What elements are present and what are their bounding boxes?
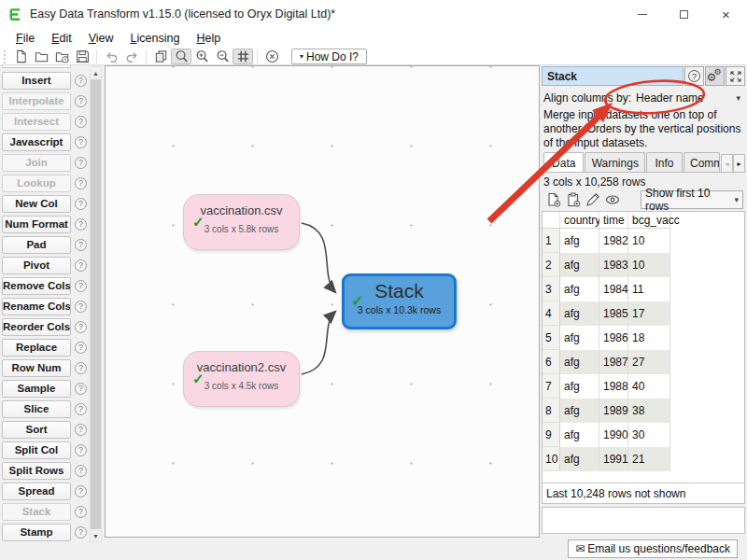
help-icon[interactable]: ? — [75, 157, 87, 169]
cell-bcg-vacc[interactable]: 10 — [628, 253, 670, 277]
menu-edit[interactable]: Edit — [43, 30, 80, 47]
sidebar-item-replace[interactable]: Replace — [2, 339, 71, 357]
sidebar-scrollbar[interactable]: ▲ ▼ — [90, 66, 102, 542]
cell-bcg-vacc[interactable]: 10 — [628, 229, 670, 253]
help-icon[interactable]: ? — [75, 198, 87, 210]
sidebar-item-pad[interactable]: Pad — [2, 236, 71, 254]
sidebar-item-sort[interactable]: Sort — [2, 421, 71, 439]
open-recent-button[interactable] — [51, 49, 72, 64]
panel-expand-button[interactable] — [726, 66, 745, 86]
help-icon[interactable]: ? — [75, 403, 87, 415]
help-icon[interactable]: ? — [75, 342, 87, 354]
panel-help-button[interactable]: ? — [684, 66, 704, 86]
sidebar-item-rename-cols[interactable]: Rename Cols — [2, 298, 71, 315]
cell-bcg-vacc[interactable]: 11 — [628, 277, 670, 301]
tab-comments[interactable]: Comm — [684, 152, 720, 173]
help-icon[interactable]: ? — [75, 280, 87, 292]
sidebar-item-pivot[interactable]: Pivot — [2, 257, 71, 274]
toggle-grid-button[interactable] — [233, 49, 253, 64]
duplicate-button[interactable] — [150, 49, 171, 64]
edge-vaccination-to-stack[interactable] — [302, 223, 335, 292]
help-icon[interactable]: ? — [75, 424, 87, 436]
menu-help[interactable]: Help — [188, 30, 229, 47]
panel-settings-button[interactable]: ⚙⚙ — [705, 66, 725, 86]
cell-bcg-vacc[interactable]: 40 — [628, 374, 670, 399]
cell-bcg-vacc[interactable]: 17 — [628, 301, 670, 326]
cell-country[interactable]: afg — [560, 423, 599, 447]
cell-bcg-vacc[interactable]: 38 — [628, 399, 670, 423]
sidebar-item-spread[interactable]: Spread — [2, 483, 71, 500]
sidebar-item-num-format[interactable]: Num Format — [2, 216, 71, 233]
tab-scroll-left-icon[interactable]: ◂ — [721, 154, 733, 173]
cell-country[interactable]: afg — [560, 277, 599, 301]
open-file-button[interactable] — [31, 49, 51, 64]
edge-vaccination2-to-stack[interactable] — [302, 312, 335, 374]
save-button[interactable] — [72, 49, 92, 64]
zoom-in-button[interactable] — [191, 49, 212, 64]
help-icon[interactable]: ? — [75, 383, 87, 395]
remove-item-button[interactable] — [261, 49, 282, 64]
sidebar-item-split-rows[interactable]: Split Rows — [2, 462, 71, 480]
help-icon[interactable]: ? — [75, 506, 87, 518]
help-icon[interactable]: ? — [75, 95, 87, 107]
email-feedback-button[interactable]: ✉ Email us questions/feedback — [568, 539, 738, 558]
help-icon[interactable]: ? — [75, 239, 87, 251]
cell-time[interactable]: 1982 — [599, 229, 628, 253]
sidebar-item-split-col[interactable]: Split Col — [2, 441, 71, 459]
sidebar-item-stamp[interactable]: Stamp — [2, 524, 71, 541]
scroll-up-icon[interactable]: ▲ — [91, 67, 101, 78]
menu-file[interactable]: File — [7, 30, 43, 47]
edit-data-button[interactable] — [583, 190, 602, 209]
cell-time[interactable]: 1985 — [599, 301, 628, 326]
cell-country[interactable]: afg — [560, 399, 599, 423]
cell-time[interactable]: 1989 — [599, 399, 628, 423]
col-header-country[interactable]: country — [560, 212, 599, 229]
cell-country[interactable]: afg — [560, 253, 599, 277]
menu-licensing[interactable]: Licensing — [122, 30, 189, 47]
scroll-down-icon[interactable]: ▼ — [91, 530, 101, 541]
minimize-button[interactable] — [621, 0, 663, 28]
cell-time[interactable]: 1987 — [599, 350, 628, 374]
cell-bcg-vacc[interactable]: 21 — [628, 447, 670, 471]
cell-country[interactable]: afg — [560, 374, 599, 399]
sidebar-item-reorder-cols[interactable]: Reorder Cols — [2, 318, 71, 336]
col-header-bcg-vacc[interactable]: bcg_vacc — [628, 212, 670, 229]
sidebar-item-javascript[interactable]: Javascript — [2, 133, 71, 151]
new-file-button[interactable] — [10, 49, 31, 64]
help-icon[interactable]: ? — [75, 465, 87, 477]
help-icon[interactable]: ? — [75, 259, 87, 272]
cell-bcg-vacc[interactable]: 27 — [628, 350, 670, 374]
align-columns-dropdown[interactable]: Header name — [636, 91, 704, 105]
node-vaccination-csv[interactable]: ✓ vaccination.csv 3 cols x 5.8k rows — [183, 194, 300, 250]
maximize-button[interactable] — [663, 0, 705, 28]
help-icon[interactable]: ? — [75, 526, 87, 539]
show-rows-dropdown[interactable]: Show first 10 rows ▾ — [641, 190, 743, 209]
sidebar-item-sample[interactable]: Sample — [2, 380, 71, 398]
cell-time[interactable]: 1991 — [599, 447, 628, 471]
help-icon[interactable]: ? — [75, 177, 87, 189]
zoom-out-button[interactable] — [212, 49, 233, 64]
help-icon[interactable]: ? — [75, 116, 87, 128]
col-header-time[interactable]: time — [599, 212, 628, 229]
help-icon[interactable]: ? — [75, 301, 87, 313]
copy-to-clipboard-button[interactable] — [563, 190, 583, 209]
zoom-button[interactable] — [171, 49, 191, 64]
tab-info[interactable]: Info — [646, 152, 683, 173]
flow-canvas[interactable]: ✓ vaccination.csv 3 cols x 5.8k rows ✓ v… — [105, 65, 540, 538]
how-do-i-button[interactable]: ▾ How Do I? — [291, 49, 367, 64]
help-icon[interactable]: ? — [75, 75, 87, 87]
help-icon[interactable]: ? — [75, 444, 87, 456]
undo-button[interactable] — [101, 49, 121, 64]
sidebar-item-row-num[interactable]: Row Num — [2, 359, 71, 377]
cell-time[interactable]: 1983 — [599, 253, 628, 277]
sidebar-item-new-col[interactable]: New Col — [2, 195, 71, 213]
col-header-rownum[interactable] — [543, 212, 560, 229]
dropdown-arrow-icon[interactable]: ▾ — [736, 93, 743, 103]
copy-to-file-button[interactable] — [543, 190, 563, 209]
sidebar-item-remove-cols[interactable]: Remove Cols — [2, 277, 71, 295]
tab-data[interactable]: Data — [543, 152, 584, 173]
cell-country[interactable]: afg — [560, 326, 599, 350]
tab-warnings[interactable]: Warnings — [585, 152, 645, 173]
help-icon[interactable]: ? — [75, 136, 87, 148]
sidebar-item-insert[interactable]: Insert — [2, 72, 71, 90]
